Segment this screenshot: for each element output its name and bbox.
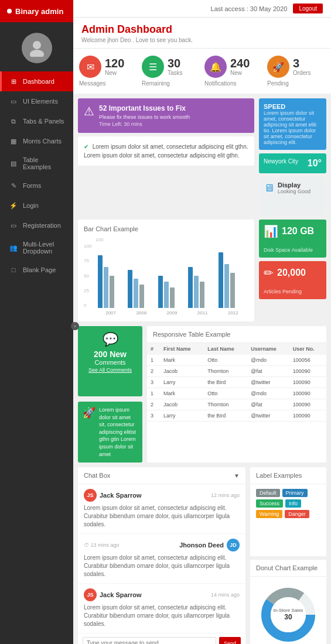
layers-icon: ⧉	[9, 117, 18, 126]
sidebar-item-morris-charts[interactable]: ▦ Morris Charts	[0, 131, 73, 151]
display-icon: 🖥	[264, 182, 274, 194]
stats-row: ✉ 120 New Messages ☰ 30 Tasks Remaining …	[73, 49, 331, 94]
dropdown-icon[interactable]: ▼	[234, 472, 240, 479]
orders-icon: 🚀	[267, 56, 289, 78]
comments-count: 200 New	[94, 350, 127, 359]
stat-messages: ✉ 120 New Messages	[79, 56, 137, 87]
bar-2011-1	[188, 267, 193, 308]
comments-box: 💬 200 New Comments See All Comments	[78, 326, 142, 396]
display-desc: Looking Good	[278, 189, 310, 194]
articles-tile: ✏ 20,000 Articles Pending	[259, 261, 326, 299]
sidebar-item-registeration[interactable]: ▭ Registeration	[0, 215, 73, 235]
chatbox: Chat Box ▼ JS Jack Sparrow 12 mins ago L…	[78, 467, 245, 644]
sidebar-item-multilevel[interactable]: 👥 Multi-Level Dropdown	[0, 235, 73, 260]
sidebar-item-label: Forms	[23, 182, 66, 189]
diskspace-icon: 📊	[264, 224, 278, 238]
last-access-text: Last access : 30 May 2020	[211, 5, 288, 12]
label-badge: Default	[256, 489, 280, 497]
table-cell: @fat	[247, 399, 289, 410]
rocket-box: 🚀 Lorem ipsum dolor sit amet sit, consec…	[78, 402, 142, 463]
table-cell: Thornton	[204, 366, 247, 377]
sidebar-item-dashboard[interactable]: ⊞ Dashboard	[0, 71, 73, 91]
sidebar-item-label: Table Examples	[23, 156, 66, 170]
bar-2012-2	[224, 264, 229, 308]
table-cell: Mark	[160, 355, 204, 366]
label-badge: Primary	[282, 489, 308, 497]
x-label-2011: 2011	[197, 310, 208, 316]
sidebar-item-ui-elements[interactable]: ▭ UI Elements	[0, 91, 73, 111]
sidebar-item-label: Registeration	[23, 222, 66, 229]
table-row: 3Larrythe Bird@twitter100090	[147, 410, 326, 422]
table-cell: @mdo	[247, 388, 289, 399]
messages-label: Messages	[79, 80, 106, 87]
bar-2011-3	[200, 282, 204, 308]
monitor-icon: ▭	[9, 97, 18, 106]
comments-sub: Comments	[94, 359, 125, 366]
table-body: 1MarkOtto@mdo1000562JacobThornton@fat100…	[147, 355, 326, 422]
tasks-icon: ☰	[142, 56, 164, 78]
sidebar-item-label: Multi-Level Dropdown	[23, 241, 66, 255]
content-area: ⚠ 52 Important Issues to Fix Please fix …	[73, 94, 331, 644]
table-cell: Mark	[160, 388, 204, 399]
chatbox-title: Chat Box	[84, 472, 110, 479]
svg-point-1	[30, 50, 44, 57]
alert-desc: Please fix these issues to work smooth	[99, 114, 190, 120]
sidebar-item-table-examples[interactable]: ▤ Table Examples	[0, 151, 73, 176]
notifications-number: 240	[230, 57, 250, 69]
sidebar-item-forms[interactable]: ✎ Forms	[0, 176, 73, 196]
side-tiles-column: SPEED Lorem ipsum dolor sit amet, consec…	[259, 98, 326, 215]
sidebar-item-label: Login	[23, 202, 66, 209]
table-cell: 100056	[289, 355, 326, 366]
bar-2012-1	[219, 252, 223, 308]
table-cell: 100090	[289, 388, 326, 399]
notifications-sub: New	[230, 70, 250, 76]
sidebar-item-blank[interactable]: □ Blank Page	[0, 260, 73, 280]
table-cell: @twitter	[247, 377, 289, 388]
donut-content: In-Store Sales 30	[250, 577, 326, 644]
bar-2008-1	[128, 270, 132, 308]
chat-input-row: Send	[78, 633, 245, 644]
col-userno: User No.	[289, 343, 326, 355]
avatar	[22, 33, 52, 63]
bar-2007-3	[110, 276, 114, 308]
label-badge: Info	[285, 499, 301, 508]
bar-2008-3	[139, 285, 144, 308]
chat-time: 14 mins ago	[211, 592, 240, 598]
sidebar-collapse-button[interactable]: ›	[71, 322, 79, 330]
table-cell: 100090	[289, 366, 326, 377]
chat-messages: JS Jack Sparrow 12 mins ago Lorem ipsum …	[78, 484, 245, 633]
chat-input[interactable]	[83, 637, 216, 644]
sidebar-item-tabs-panels[interactable]: ⧉ Tabs & Panels	[0, 111, 73, 131]
chat-sender-name: Jhonson Deed	[179, 542, 224, 549]
sidebar-item-login[interactable]: ⚡ Login	[0, 196, 73, 215]
table-row: 2JacobThornton@fat100090	[147, 399, 326, 410]
see-all-comments-link[interactable]: See All Comments	[88, 367, 132, 373]
table-cell: the Bird	[204, 377, 247, 388]
responsive-table: # First Name Last Name Username User No.…	[147, 343, 326, 422]
chat-avatar: JD	[227, 539, 240, 551]
diskspace-tile: 📊 120 GB Disk Space Available	[259, 220, 326, 258]
alert-box: ⚠ 52 Important Issues to Fix Please fix …	[78, 98, 254, 133]
table-cell: Thornton	[204, 399, 247, 410]
table-cell: 3	[147, 377, 160, 388]
chat-labels-row: Chat Box ▼ JS Jack Sparrow 12 mins ago L…	[78, 467, 326, 644]
chat-time: ⏱ 13 mins ago	[84, 542, 120, 548]
chat-send-button[interactable]: Send	[219, 637, 241, 644]
table-cell: Jacob	[160, 399, 204, 410]
table-cell: 3	[147, 410, 160, 422]
sidebar-item-label: Dashboard	[23, 78, 66, 85]
orders-label: Pending	[267, 80, 289, 87]
bar-2009-2	[164, 282, 169, 308]
logout-button[interactable]: Logout	[293, 4, 323, 13]
bar-2011-2	[194, 276, 199, 308]
chatbox-header: Chat Box ▼	[78, 467, 245, 484]
chat-time: 12 mins ago	[211, 492, 240, 498]
chart-x-labels: 2007 2008 2009 2011 2012	[95, 310, 248, 316]
chat-text: Lorem ipsum dolor sit amet, consectetur …	[84, 504, 240, 529]
bar-2007-2	[104, 267, 108, 308]
table-cell: 100090	[289, 410, 326, 422]
labels-donut-column: Label Examples DefaultPrimarySuccessInfo…	[250, 467, 326, 644]
tiles-column-2: 📊 120 GB Disk Space Available ✏ 20,000 A…	[259, 220, 326, 321]
bar-chart-icon: ▦	[9, 136, 18, 146]
table-cell: 1	[147, 388, 160, 399]
